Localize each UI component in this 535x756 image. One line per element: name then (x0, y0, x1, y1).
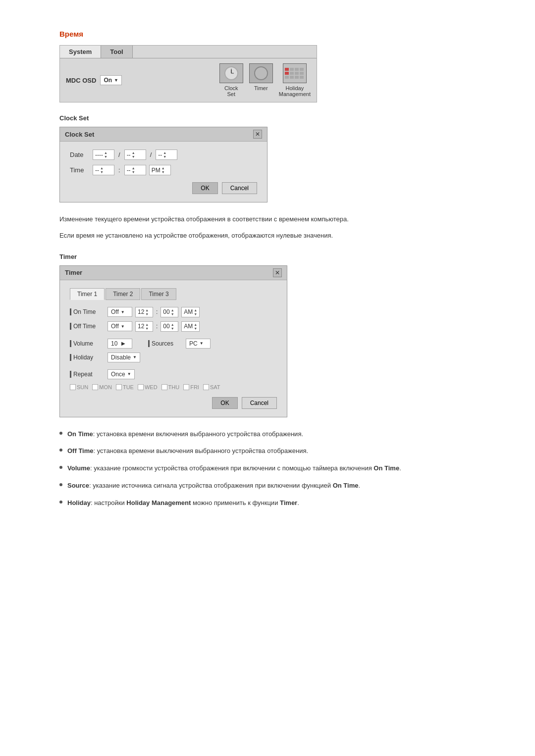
repeat-label: Repeat (73, 371, 93, 378)
date-field-2[interactable]: -- ▲ ▼ (124, 150, 146, 160)
mdc-osd-value: On (104, 77, 112, 84)
holiday-management-icon-item[interactable]: HolidayManagement (279, 63, 311, 97)
mdc-osd-select[interactable]: On ▼ (100, 75, 122, 85)
time-up-arrow-2[interactable]: ▲ (132, 166, 135, 170)
bullet-holiday-text: Holiday: настройки Holiday Management мо… (67, 498, 299, 508)
off-time-label: Off Time (73, 323, 96, 330)
mon-checkbox[interactable] (92, 384, 98, 390)
date-up-arrow-3[interactable]: ▲ (163, 151, 166, 154)
repeat-bar (70, 371, 71, 378)
off-time-select[interactable]: Off ▼ (107, 321, 132, 331)
off-time-min-down[interactable]: ▼ (171, 327, 174, 330)
bullet-dot-5 (59, 501, 62, 504)
mon-label: MON (99, 384, 112, 390)
on-time-min[interactable]: 00 ▲ ▼ (160, 307, 178, 317)
time-ampm-down[interactable]: ▼ (161, 170, 165, 174)
time-ampm-field[interactable]: PM ▲ ▼ (149, 165, 171, 175)
clock-set-icon-item[interactable]: ClockSet (219, 63, 243, 97)
bullet-volume-text: Volume: указание громкости устройства от… (67, 463, 401, 474)
clock-ok-button[interactable]: OK (192, 182, 217, 194)
off-time-hour-up[interactable]: ▲ (145, 323, 149, 326)
holiday-select[interactable]: Disable ▼ (107, 353, 140, 362)
timer-close-button[interactable]: ✕ (273, 268, 282, 277)
time-down-arrow-1[interactable]: ▼ (100, 170, 104, 174)
off-time-hour[interactable]: 12 ▲ ▼ (135, 321, 153, 332)
clock-cancel-button[interactable]: Cancel (222, 182, 257, 194)
off-time-sep: : (156, 323, 158, 330)
on-time-min-down[interactable]: ▼ (171, 312, 174, 316)
off-time-hour-down[interactable]: ▼ (145, 327, 149, 330)
off-time-ampm[interactable]: AM ▲ ▼ (181, 321, 200, 332)
bullet-off-time-text: Off Time: установка времени выключения в… (67, 446, 308, 456)
time-sep: : (117, 166, 121, 174)
mdc-tab-tool[interactable]: Tool (101, 46, 132, 58)
date-down-arrow-2[interactable]: ▼ (132, 155, 135, 158)
date-down-arrow-3[interactable]: ▼ (163, 155, 166, 158)
sources-select[interactable]: PC ▼ (186, 339, 211, 349)
wed-checkbox[interactable] (138, 384, 144, 390)
clock-set-dialog-title: Clock Set (65, 131, 94, 138)
date-field-1[interactable]: ---- ▲ ▼ (93, 150, 114, 160)
on-time-hour-down[interactable]: ▼ (145, 312, 149, 316)
on-time-hour[interactable]: 12 ▲ ▼ (135, 307, 153, 317)
off-time-ampm-down[interactable]: ▼ (194, 327, 197, 330)
time-ampm-up[interactable]: ▲ (161, 166, 165, 170)
mdc-tab-system[interactable]: System (60, 46, 101, 58)
time-field-1[interactable]: -- ▲ ▼ (93, 165, 114, 175)
tue-checkbox[interactable] (116, 384, 122, 390)
time-down-arrow-2[interactable]: ▼ (132, 170, 135, 174)
date-sep-1: / (117, 151, 121, 158)
timer-ok-button[interactable]: OK (212, 397, 237, 409)
mdc-panel: System Tool MDC OSD On ▼ ClockSet (59, 45, 317, 102)
off-time-min-up[interactable]: ▲ (171, 323, 174, 326)
bullet-source: Source: указание источника сигнала устро… (59, 481, 476, 491)
date-up-arrow-1[interactable]: ▲ (104, 151, 107, 154)
bullet-dot-1 (59, 432, 62, 435)
bullet-list: On Time: установка времени включения выб… (59, 429, 476, 508)
section-heading: Время (59, 30, 476, 38)
fri-checkbox[interactable] (183, 384, 189, 390)
timer-tab-2[interactable]: Timer 2 (106, 288, 140, 300)
day-wed[interactable]: WED (138, 384, 158, 390)
repeat-select[interactable]: Once ▼ (107, 369, 135, 379)
mdc-tabs: System Tool (60, 46, 317, 58)
date-up-arrow-2[interactable]: ▲ (132, 151, 135, 154)
volume-arrow-right[interactable]: ▶ (121, 341, 125, 346)
on-time-select[interactable]: Off ▼ (107, 307, 132, 317)
timer-dialog: Timer ✕ Timer 1 Timer 2 Timer 3 On Time … (59, 265, 287, 417)
day-tue[interactable]: TUE (116, 384, 134, 390)
day-mon[interactable]: MON (92, 384, 112, 390)
timer-cancel-button[interactable]: Cancel (242, 397, 277, 409)
on-time-ampm-up[interactable]: ▲ (194, 308, 197, 312)
on-time-hour-up[interactable]: ▲ (145, 308, 149, 312)
on-time-hour-value: 12 (138, 308, 144, 315)
off-time-ampm-up[interactable]: ▲ (194, 323, 197, 326)
bullet-dot-4 (59, 483, 62, 486)
sun-checkbox[interactable] (70, 384, 76, 390)
sat-checkbox[interactable] (203, 384, 209, 390)
on-time-min-up[interactable]: ▲ (171, 308, 174, 312)
on-time-chevron: ▼ (121, 310, 125, 314)
volume-select[interactable]: 10 ▶ (107, 339, 132, 349)
timer-tab-1[interactable]: Timer 1 (70, 288, 105, 300)
day-sat[interactable]: SAT (203, 384, 220, 390)
day-thu[interactable]: THU (161, 384, 180, 390)
sources-value: PC (189, 340, 198, 347)
date-down-arrow-1[interactable]: ▼ (104, 155, 107, 158)
on-time-bar (70, 308, 71, 315)
timer-tab-3[interactable]: Timer 3 (141, 288, 176, 300)
day-sun[interactable]: SUN (70, 384, 88, 390)
on-time-ampm[interactable]: AM ▲ ▼ (181, 307, 200, 317)
time-up-arrow-1[interactable]: ▲ (100, 166, 104, 170)
on-time-ampm-down[interactable]: ▼ (194, 312, 197, 316)
day-fri[interactable]: FRI (183, 384, 199, 390)
time-field-2[interactable]: -- ▲ ▼ (124, 165, 146, 175)
thu-label: THU (168, 384, 180, 390)
clock-set-close-button[interactable]: ✕ (253, 130, 262, 139)
off-time-ampm-value: AM (184, 323, 193, 330)
volume-value: 10 (111, 340, 117, 347)
date-field-3[interactable]: -- ▲ ▼ (156, 150, 177, 160)
off-time-min[interactable]: 00 ▲ ▼ (160, 321, 178, 332)
thu-checkbox[interactable] (161, 384, 167, 390)
timer-icon-item[interactable]: Timer (249, 63, 273, 97)
